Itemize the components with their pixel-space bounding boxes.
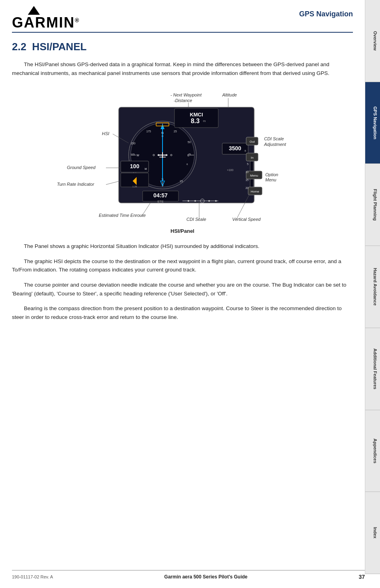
sidebar-tab-gps-navigation[interactable]: GPS Navigation bbox=[365, 82, 380, 164]
svg-line-82 bbox=[106, 181, 120, 185]
svg-line-88 bbox=[142, 203, 151, 216]
sidebar: Overview GPS Navigation Flight Planning … bbox=[365, 0, 380, 574]
svg-text:15: 15 bbox=[245, 179, 249, 181]
svg-point-62 bbox=[208, 200, 210, 202]
hsi-panel-diagram: N S E W 175 25 150 50 125 75 33 6 30 21 … bbox=[47, 85, 318, 238]
sidebar-tab-hazard-avoidance[interactable]: Hazard Avoidance bbox=[365, 246, 380, 328]
svg-text:150: 150 bbox=[131, 142, 135, 145]
svg-text:- Next Waypoint: - Next Waypoint bbox=[170, 92, 202, 97]
sidebar-tab-flight-planning[interactable]: Flight Planning bbox=[365, 164, 380, 246]
garmin-triangle-icon bbox=[28, 6, 40, 15]
svg-text:m: m bbox=[203, 119, 206, 123]
svg-text:HSI: HSI bbox=[102, 131, 109, 136]
svg-text:20: 20 bbox=[245, 187, 249, 189]
svg-text:04:57: 04:57 bbox=[153, 192, 168, 199]
svg-text:Adjustment: Adjustment bbox=[264, 142, 286, 147]
svg-text:175: 175 bbox=[146, 130, 151, 133]
svg-text:kt: kt bbox=[145, 167, 147, 170]
guide-title: Garmin aera 500 Series Pilot's Guide bbox=[164, 574, 247, 580]
svg-text:5: 5 bbox=[247, 163, 249, 165]
logo-text-garmin: GARMIN bbox=[12, 14, 75, 31]
svg-text:125: 125 bbox=[131, 153, 135, 155]
svg-text:HSI/Panel: HSI/Panel bbox=[170, 228, 194, 234]
svg-text:Option: Option bbox=[265, 172, 278, 177]
section-number: 2.2 bbox=[12, 41, 26, 53]
svg-text:CDI Scale: CDI Scale bbox=[186, 217, 206, 222]
svg-text:In: In bbox=[251, 156, 254, 159]
page-header: GARMIN® GPS Navigation bbox=[12, 0, 353, 33]
svg-text:Turn Rate Indicator: Turn Rate Indicator bbox=[57, 182, 95, 187]
svg-point-60 bbox=[194, 200, 196, 202]
sidebar-tab-appendices[interactable]: Appendices bbox=[365, 410, 380, 492]
garmin-logo: GARMIN® bbox=[12, 6, 80, 30]
svg-text:-Distance: -Distance bbox=[174, 98, 192, 103]
svg-text:10: 10 bbox=[245, 171, 249, 173]
svg-text:Estimated Time Enroute: Estimated Time Enroute bbox=[99, 213, 146, 218]
svg-text:Out: Out bbox=[250, 140, 255, 144]
svg-text:Altitude: Altitude bbox=[222, 92, 237, 97]
paragraph-5: Bearing is the compass direction from th… bbox=[12, 304, 353, 321]
svg-text:25: 25 bbox=[174, 130, 177, 133]
main-content: GARMIN® GPS Navigation 2.2 HSI/PANEL The… bbox=[0, 0, 365, 340]
svg-text:ft: ft bbox=[245, 149, 246, 152]
svg-text:Menu: Menu bbox=[265, 177, 276, 182]
svg-text:50: 50 bbox=[188, 141, 191, 144]
svg-text:1.25: 1.25 bbox=[132, 185, 137, 188]
svg-text:100: 100 bbox=[130, 163, 139, 169]
sidebar-tab-index[interactable]: Index bbox=[365, 492, 380, 574]
svg-text:KMCI: KMCI bbox=[190, 112, 203, 118]
part-number: 190-01117-02 Rev. A bbox=[12, 574, 53, 579]
page-title: GPS Navigation bbox=[299, 6, 353, 18]
svg-text:Menu: Menu bbox=[250, 174, 258, 177]
hsi-panel-svg: N S E W 175 25 150 50 125 75 33 6 30 21 … bbox=[47, 85, 318, 237]
section-title: HSI/PANEL bbox=[32, 41, 87, 53]
svg-point-63 bbox=[215, 200, 217, 202]
svg-text:W: W bbox=[137, 154, 139, 157]
sidebar-tab-additional-features[interactable]: Additional Features bbox=[365, 328, 380, 410]
section-heading: 2.2 HSI/PANEL bbox=[12, 41, 353, 53]
registered-mark: ® bbox=[75, 17, 80, 24]
paragraph-1: The HSI/Panel shows GPS-derived data in … bbox=[12, 60, 353, 77]
svg-text:Home: Home bbox=[251, 190, 259, 193]
svg-text:75: 75 bbox=[188, 153, 191, 155]
paragraph-2: The Panel shows a graphic Horizontal Sit… bbox=[12, 242, 353, 251]
svg-point-59 bbox=[188, 200, 189, 202]
sidebar-tab-overview[interactable]: Overview bbox=[365, 0, 380, 82]
svg-text:Ground Speed: Ground Speed bbox=[67, 165, 96, 170]
svg-text:15: 15 bbox=[180, 180, 183, 183]
page-number: 37 bbox=[358, 574, 365, 580]
page-footer: 190-01117-02 Rev. A Garmin aera 500 Seri… bbox=[12, 570, 365, 580]
svg-text:3500: 3500 bbox=[229, 145, 241, 151]
garmin-wordmark: GARMIN® bbox=[12, 16, 80, 30]
paragraph-3: The graphic HSI depicts the course to th… bbox=[12, 257, 353, 274]
svg-text:CDI Scale: CDI Scale bbox=[264, 136, 284, 141]
svg-text:×100: ×100 bbox=[227, 169, 233, 171]
paragraph-4: The course pointer and course deviation … bbox=[12, 281, 353, 298]
svg-text:ETE: ETE bbox=[157, 200, 164, 203]
diagram-container: N S E W 175 25 150 50 125 75 33 6 30 21 … bbox=[12, 85, 353, 238]
svg-text:8.3: 8.3 bbox=[191, 118, 200, 124]
